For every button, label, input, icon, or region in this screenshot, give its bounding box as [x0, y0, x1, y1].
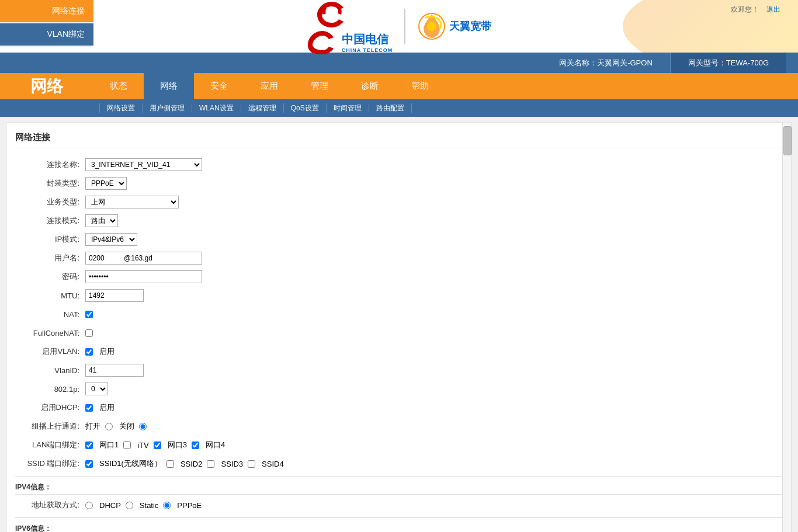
label-mtu: MTU:	[15, 291, 85, 300]
nav-top: 网络 状态 网络 安全 应用 管理 诊断 帮助	[0, 73, 798, 99]
sub-nav-routing[interactable]: 路由配置	[369, 103, 412, 113]
form-row-multicast: 组播上行通道: 打开 关闭	[15, 419, 783, 434]
ssid1-label: SSID1(无线网络）	[99, 458, 162, 469]
form-row-service: 业务类型: 上网	[15, 194, 783, 210]
scrollbar-thumb[interactable]	[783, 126, 792, 155]
content-title: 网络连接	[15, 132, 783, 148]
checkbox-enable-dhcp[interactable]	[85, 404, 93, 412]
ct-logo-icon	[307, 29, 339, 55]
checkbox-lan-port3[interactable]	[154, 441, 161, 449]
lan-port1-label: 网口1	[99, 440, 119, 450]
checkbox-lan-port1[interactable]	[85, 441, 93, 449]
sidebar-item-vlan-binding[interactable]: VLAN绑定	[0, 23, 93, 46]
form-row-conn-mode: 连接模式: 路由	[15, 213, 783, 228]
sidebar-item-network-connection[interactable]: 网络连接	[0, 0, 93, 22]
form-row-dot1p: 802.1p: 0	[15, 381, 783, 397]
sub-nav-user-manage[interactable]: 用户侧管理	[143, 103, 192, 113]
form-row-lan-bind: LAN端口绑定: 网口1 iTV 网口3 网口4	[15, 437, 783, 453]
control-fullcone	[85, 329, 783, 337]
checkbox-ssid4[interactable]	[248, 460, 255, 468]
control-connection-name: 3_INTERNET_R_VID_41	[85, 158, 783, 171]
control-username	[85, 252, 783, 265]
china-telecom-logo: CHINA TELECOM 中国电信 CHINA TELECOM	[307, 0, 393, 55]
radio-multicast-on[interactable]	[105, 423, 113, 430]
checkbox-ssid2[interactable]	[166, 460, 174, 468]
nav-item-app[interactable]: 应用	[244, 73, 294, 99]
radio-pppoe-label: PPPoE	[177, 501, 202, 510]
nav-item-status[interactable]: 状态	[93, 73, 144, 99]
nav-item-manage[interactable]: 管理	[294, 73, 345, 99]
control-nat	[85, 311, 783, 318]
radio-static[interactable]	[126, 502, 133, 509]
control-ssid-bind: SSID1(无线网络） SSID2 SSID3 SSID4	[85, 458, 783, 469]
input-vlanid[interactable]	[85, 364, 144, 377]
checkbox-nat[interactable]	[85, 311, 93, 318]
checkbox-lan-port4[interactable]	[192, 441, 199, 449]
radio-static-label: Static	[140, 501, 159, 510]
scrollbar-track[interactable]	[782, 123, 792, 532]
section-ipv4: IPV4信息：	[15, 482, 783, 495]
multicast-off-label: 关闭	[119, 421, 134, 432]
input-username[interactable]	[85, 252, 202, 265]
sub-nav-qos[interactable]: QoS设置	[284, 103, 327, 113]
control-password	[85, 270, 783, 283]
sub-nav-wlan[interactable]: WLAN设置	[192, 103, 241, 113]
logo-divider	[404, 9, 405, 44]
sub-nav-time[interactable]: 时间管理	[327, 103, 369, 113]
form-row-nat: NAT:	[15, 307, 783, 322]
label-dot1p: 802.1p:	[15, 385, 85, 394]
checkbox-enable-vlan[interactable]	[85, 348, 93, 356]
input-password[interactable]	[85, 270, 202, 283]
control-enable-dhcp: 启用	[85, 402, 783, 413]
lan-port4-label: 网口4	[206, 440, 225, 450]
form-row-connection-name: 连接名称: 3_INTERNET_R_VID_41	[15, 157, 783, 172]
svg-point-2	[427, 22, 436, 31]
form-row-password: 密码:	[15, 269, 783, 284]
label-enable-dhcp: 启用DHCP:	[15, 402, 85, 413]
label-password: 密码:	[15, 272, 85, 282]
select-dot1p[interactable]: 0	[85, 383, 108, 395]
radio-multicast-off[interactable]	[139, 423, 147, 430]
label-lan-bind: LAN端口绑定:	[15, 440, 85, 450]
label-ssid-bind: SSID 端口绑定:	[15, 458, 85, 469]
select-connection-name[interactable]: 3_INTERNET_R_VID_41	[85, 158, 202, 171]
radio-dhcp[interactable]	[85, 502, 93, 509]
nav-item-help[interactable]: 帮助	[395, 73, 445, 99]
label-vlanid: VlanID:	[15, 366, 85, 375]
select-ip-mode[interactable]: IPv4&IPv6	[85, 233, 137, 246]
nav-item-security[interactable]: 安全	[194, 73, 244, 99]
nav-item-diagnose[interactable]: 诊断	[345, 73, 395, 99]
select-conn-mode[interactable]: 路由	[85, 214, 118, 227]
control-addr-method: DHCP Static PPPoE	[85, 501, 783, 510]
tianyi-text: 天翼宽带	[449, 19, 491, 33]
label-username: 用户名:	[15, 253, 85, 263]
select-encap[interactable]: PPPoE	[85, 177, 127, 190]
sub-nav-remote[interactable]: 远程管理	[241, 103, 284, 113]
lan-port3-label: 网口3	[168, 440, 187, 450]
form-row-ip-mode: IP模式: IPv4&IPv6	[15, 232, 783, 247]
form-row-fullcone: FullConeNAT:	[15, 325, 783, 340]
divider-ipv6	[15, 517, 783, 518]
form-row-ssid-bind: SSID 端口绑定: SSID1(无线网络） SSID2 SSID3 SSID4	[15, 456, 783, 471]
sidebar: 网络连接 VLAN绑定	[0, 0, 93, 47]
form-row-enable-vlan: 启用VLAN: 启用	[15, 344, 783, 359]
form-row-username: 用户名:	[15, 251, 783, 266]
control-lan-bind: 网口1 iTV 网口3 网口4	[85, 440, 783, 450]
nav-item-network[interactable]: 网络	[144, 73, 194, 99]
divider-ipv4	[15, 476, 783, 477]
checkbox-ssid1[interactable]	[85, 460, 93, 468]
enable-vlan-text: 启用	[99, 346, 115, 357]
radio-pppoe[interactable]	[163, 502, 171, 509]
ssid3-label: SSID3	[221, 460, 243, 468]
checkbox-lan-port2[interactable]	[123, 441, 131, 449]
header-logo: CHINA TELECOM 中国电信 CHINA TELECOM	[307, 0, 492, 55]
tianyi-logo: 天翼宽带	[417, 12, 491, 41]
label-conn-mode: 连接模式:	[15, 215, 85, 226]
select-service[interactable]: 上网	[85, 196, 179, 208]
checkbox-ssid3[interactable]	[207, 460, 214, 468]
form-row-vlanid: VlanID:	[15, 363, 783, 378]
checkbox-fullcone[interactable]	[85, 329, 93, 337]
sub-nav-network-settings[interactable]: 网络设置	[99, 103, 143, 113]
input-mtu[interactable]	[85, 289, 144, 302]
logout-link[interactable]: 退出	[766, 5, 780, 13]
